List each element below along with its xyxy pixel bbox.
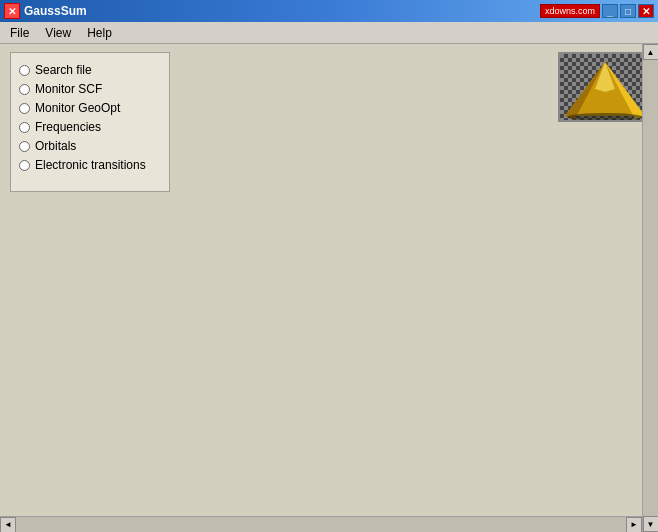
radio-circle: [19, 84, 30, 95]
radio-electronic-transitions[interactable]: Electronic transitions: [15, 156, 165, 174]
maximize-button[interactable]: □: [620, 4, 636, 18]
xdowns-badge: xdowns.com: [540, 4, 600, 18]
main-content: Search file Monitor SCF Monitor GeoOpt F…: [0, 44, 658, 532]
radio-label-search-file: Search file: [35, 63, 92, 77]
svg-point-9: [567, 113, 643, 121]
radio-circle: [19, 141, 30, 152]
scroll-track-vertical[interactable]: [643, 60, 659, 516]
radio-orbitals[interactable]: Orbitals: [15, 137, 165, 155]
radio-monitor-geoopt[interactable]: Monitor GeoOpt: [15, 99, 165, 117]
scroll-track-horizontal[interactable]: [16, 517, 626, 533]
menu-bar: File View Help: [0, 22, 658, 44]
app-icon: ✕: [4, 3, 20, 19]
minimize-button[interactable]: _: [602, 4, 618, 18]
title-bar-left: ✕ GaussSum: [4, 3, 87, 19]
menu-help[interactable]: Help: [79, 23, 120, 43]
radio-label-monitor-geoopt: Monitor GeoOpt: [35, 101, 120, 115]
radio-circle: [19, 65, 30, 76]
radio-circle: [19, 103, 30, 114]
scroll-right-button[interactable]: ►: [626, 517, 642, 533]
scroll-left-button[interactable]: ◄: [0, 517, 16, 533]
radio-search-file[interactable]: Search file: [15, 61, 165, 79]
title-bar: ✕ GaussSum xdowns.com _ □ ✕: [0, 0, 658, 22]
radio-label-electronic-transitions: Electronic transitions: [35, 158, 146, 172]
radio-circle: [19, 160, 30, 171]
scroll-down-button[interactable]: ▼: [643, 516, 659, 532]
radio-monitor-scf[interactable]: Monitor SCF: [15, 80, 165, 98]
scrollbar-horizontal: ◄ ►: [0, 516, 642, 532]
right-section: [170, 44, 658, 532]
radio-label-orbitals: Orbitals: [35, 139, 76, 153]
scroll-up-button[interactable]: ▲: [643, 44, 659, 60]
app-title: GaussSum: [24, 4, 87, 18]
radio-frequencies[interactable]: Frequencies: [15, 118, 165, 136]
menu-view[interactable]: View: [37, 23, 79, 43]
menu-file[interactable]: File: [2, 23, 37, 43]
radio-label-monitor-scf: Monitor SCF: [35, 82, 102, 96]
radio-circle: [19, 122, 30, 133]
scrollbar-vertical: ▲ ▼: [642, 44, 658, 532]
radio-panel: Search file Monitor SCF Monitor GeoOpt F…: [10, 52, 170, 192]
preview-svg: [560, 54, 648, 122]
preview-image: [558, 52, 648, 122]
radio-label-frequencies: Frequencies: [35, 120, 101, 134]
close-button[interactable]: ✕: [638, 4, 654, 18]
